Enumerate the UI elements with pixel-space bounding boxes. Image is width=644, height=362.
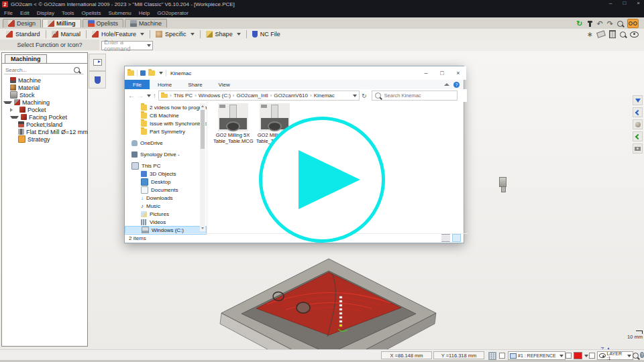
thumbnail-view-icon[interactable] bbox=[452, 234, 461, 242]
tab-opelists[interactable]: Opelists bbox=[83, 19, 124, 27]
nav-item-part-symmetry[interactable]: Part Symmetry bbox=[125, 127, 207, 135]
refresh-icon[interactable]: ↻ bbox=[362, 93, 367, 99]
menu-item-submenu[interactable]: Submenu bbox=[109, 10, 131, 16]
visibility-icon[interactable] bbox=[630, 32, 639, 38]
camera-icon[interactable] bbox=[633, 143, 643, 154]
regen-icon[interactable]: ↻ bbox=[576, 20, 582, 27]
menu-item-opelists[interactable]: Opelists bbox=[82, 10, 101, 16]
crumb-this-pc[interactable]: This PC bbox=[174, 93, 193, 99]
history-caret-icon[interactable] bbox=[147, 95, 151, 97]
tree-item-facing-pocket[interactable]: Facing Pocket bbox=[10, 113, 86, 121]
app-close-button[interactable]: × bbox=[637, 0, 640, 6]
explorer-tab-home[interactable]: Home bbox=[150, 80, 180, 89]
nav-item-pictures[interactable]: Pictures bbox=[125, 210, 207, 218]
grid-toggle-icon[interactable] bbox=[488, 352, 496, 360]
undo-icon[interactable]: ↶ bbox=[597, 20, 603, 27]
command-combo-caret-icon[interactable] bbox=[147, 44, 151, 47]
machining-panel-tab[interactable]: Machining bbox=[5, 54, 47, 64]
crumb-kinemac[interactable]: Kinemac bbox=[314, 93, 335, 99]
collapse-blue-icon[interactable] bbox=[633, 107, 643, 117]
help-icon[interactable]: ? bbox=[640, 352, 644, 358]
menu-item-help[interactable]: Help bbox=[139, 10, 150, 16]
explorer-titlebar[interactable]: Kinemac – □ × bbox=[125, 66, 466, 80]
hole-feature-button[interactable]: Hole/Feature bbox=[88, 31, 148, 38]
shape-button[interactable]: Shape bbox=[202, 31, 245, 38]
protection-button[interactable] bbox=[89, 71, 106, 88]
glasses-icon[interactable] bbox=[627, 19, 639, 28]
color-checkbox[interactable] bbox=[566, 353, 572, 359]
nav-item-music[interactable]: ♪Music bbox=[125, 202, 207, 210]
expand-open-icon[interactable] bbox=[3, 101, 12, 104]
color-caret-icon[interactable] bbox=[584, 355, 588, 357]
crumb-go2camv610[interactable]: GO2camV610 bbox=[274, 93, 308, 99]
explorer-search-input[interactable] bbox=[383, 92, 449, 99]
explorer-tab-file[interactable]: File bbox=[125, 80, 150, 89]
nav-item-synology-drive[interactable]: Synology Drive - bbox=[125, 150, 207, 158]
explorer-minimize-button[interactable]: – bbox=[418, 66, 434, 80]
nav-item-onedrive[interactable]: OneDrive bbox=[125, 139, 207, 147]
expand-closed-icon[interactable] bbox=[10, 108, 17, 112]
layer-selector[interactable]: LAYER :1 bbox=[597, 351, 633, 360]
trash-icon[interactable] bbox=[609, 30, 616, 38]
crumb-go2cam-intl[interactable]: GO2cam_Intl bbox=[236, 93, 268, 99]
tab-machine[interactable]: Machine bbox=[125, 19, 167, 27]
tree-item-pocket-island[interactable]: Pocket;Island bbox=[18, 121, 86, 128]
quick-access-caret-icon[interactable] bbox=[159, 72, 163, 74]
nav-item-this-pc[interactable]: This PC bbox=[125, 162, 207, 170]
eraser-icon[interactable] bbox=[596, 30, 606, 38]
new-folder-icon[interactable] bbox=[148, 70, 155, 76]
nav-item-desktop[interactable]: Desktop bbox=[125, 178, 207, 186]
nav-item-synchronised-tools[interactable]: Issue with Synchronised Tools bbox=[125, 119, 207, 127]
nav-item-3d-objects[interactable]: 3D Objects bbox=[125, 170, 207, 178]
nav-item-downloads[interactable]: ↓Downloads bbox=[125, 194, 207, 202]
nav-item-cb-machine[interactable]: CB Machine bbox=[125, 111, 207, 119]
specific-button[interactable]: Specific bbox=[152, 31, 199, 38]
tree-item-machine[interactable]: Machine bbox=[3, 76, 86, 84]
zoom-window-icon[interactable] bbox=[620, 32, 626, 38]
standard-button[interactable]: Standard bbox=[2, 31, 44, 38]
nav-item-documents[interactable]: Documents bbox=[125, 186, 207, 194]
explorer-tab-view[interactable]: View bbox=[211, 80, 238, 89]
properties-icon[interactable] bbox=[140, 70, 146, 76]
forward-icon[interactable]: → bbox=[137, 92, 144, 99]
details-view-icon[interactable] bbox=[441, 234, 450, 242]
workplan-flag-button[interactable] bbox=[89, 54, 106, 71]
tree-item-end-mill[interactable]: Flat End Mill Ø=12 mm bbox=[18, 128, 86, 135]
crumb-windows-c[interactable]: Windows (C:) bbox=[199, 93, 231, 99]
manual-button[interactable]: Manual bbox=[48, 31, 85, 38]
shaded-view-icon[interactable] bbox=[633, 119, 643, 129]
app-maximize-button[interactable]: □ bbox=[623, 0, 626, 6]
reference-selector[interactable]: #1 : REFERENCE bbox=[508, 351, 566, 360]
collapse-green-icon[interactable] bbox=[633, 131, 643, 141]
nav-item-videos-folder[interactable]: 2 videos how to program a 3X Deb bbox=[125, 103, 207, 111]
tree-item-material[interactable]: Material bbox=[3, 84, 86, 91]
tab-design[interactable]: Design bbox=[3, 19, 41, 27]
explorer-close-button[interactable]: × bbox=[450, 66, 466, 80]
zoom-icon[interactable] bbox=[617, 21, 623, 27]
tree-item-pocket[interactable]: Pocket bbox=[10, 106, 86, 113]
menu-item-edit[interactable]: Edit bbox=[20, 10, 30, 16]
current-color-swatch[interactable] bbox=[574, 352, 582, 359]
command-combo[interactable]: Enter a command bbox=[101, 41, 153, 50]
menu-item-display[interactable]: Display bbox=[37, 10, 54, 16]
breadcrumb[interactable]: › This PC › Windows (C:) › GO2cam_Intl ›… bbox=[158, 90, 360, 101]
back-icon[interactable]: ← bbox=[128, 92, 135, 99]
redo-icon[interactable]: ↷ bbox=[607, 20, 613, 27]
tree-item-machining[interactable]: Machining bbox=[3, 99, 86, 106]
tree-item-strategy[interactable]: Strategy bbox=[18, 135, 86, 143]
nav-item-videos[interactable]: Videos bbox=[125, 218, 207, 226]
menu-item-go2operator[interactable]: GO2operator bbox=[157, 10, 189, 16]
tree-search-input[interactable] bbox=[4, 66, 74, 74]
explorer-tab-share[interactable]: Share bbox=[180, 80, 210, 89]
app-minimize-button[interactable]: – bbox=[609, 0, 612, 6]
video-play-overlay[interactable] bbox=[259, 117, 385, 243]
filter-icon[interactable] bbox=[633, 95, 643, 105]
file-tile-mcg[interactable]: GO2 Milling 5X Table_Table.MCG bbox=[213, 103, 252, 144]
menu-item-file[interactable]: File bbox=[4, 10, 13, 16]
tab-milling[interactable]: Milling bbox=[42, 19, 81, 27]
ribbon-collapse-icon[interactable] bbox=[444, 83, 449, 86]
expand-open-icon[interactable] bbox=[10, 116, 19, 119]
nav-scrollbar[interactable] bbox=[200, 103, 205, 231]
layer-checkbox[interactable] bbox=[589, 353, 595, 359]
address-caret-icon[interactable] bbox=[353, 95, 357, 97]
